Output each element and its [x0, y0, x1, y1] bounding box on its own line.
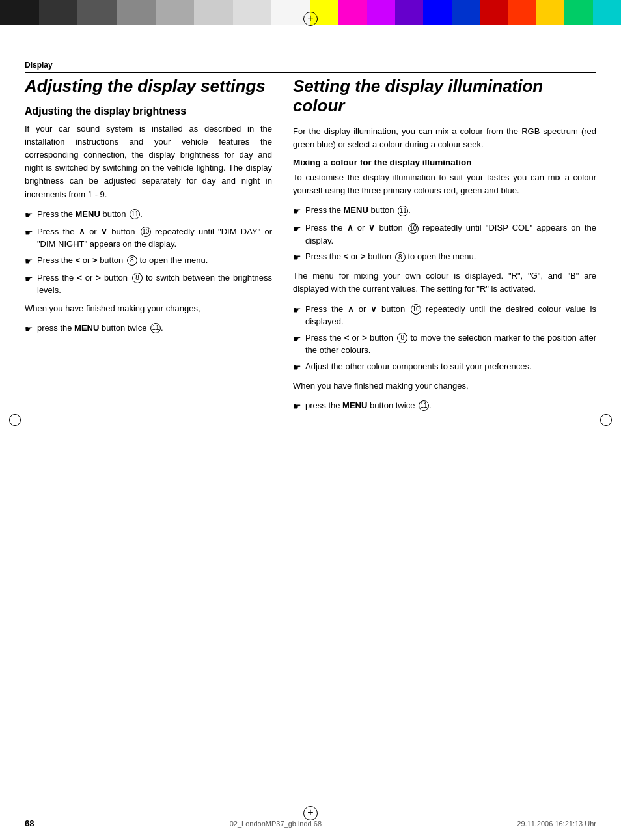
color-swatch — [452, 0, 480, 25]
circle-num: 11 — [130, 209, 140, 219]
gutter-cross-left — [9, 414, 21, 426]
bullet-arrow-icon: ☛ — [25, 272, 33, 286]
bullet-arrow-icon: ☛ — [293, 303, 301, 317]
color-swatch — [39, 0, 78, 25]
circle-num: 10 — [408, 223, 419, 234]
bullet-item: ☛ press the MENU button twice 11. — [25, 322, 272, 336]
bullet-item: ☛ Press the MENU button 11. — [25, 208, 272, 222]
bullet-item: ☛ Press the ∧ or ∨ button 10 repeatedly … — [293, 303, 596, 328]
color-swatch — [117, 0, 156, 25]
color-swatch — [508, 0, 536, 25]
footer-date-info: 29.11.2006 16:21:13 Uhr — [517, 820, 596, 828]
circle-num: 8 — [395, 252, 406, 262]
bullet-arrow-icon: ☛ — [25, 322, 33, 336]
color-swatch — [338, 0, 366, 25]
corner-mark-tr — [605, 7, 614, 16]
page-number: 68 — [25, 819, 34, 828]
right-bullet-list-1: ☛ Press the MENU button 11. ☛ Press the … — [293, 204, 596, 264]
color-swatch — [423, 0, 451, 25]
bullet-arrow-icon: ☛ — [25, 208, 33, 222]
bullet-text: Press the ∧ or ∨ button 10 repeatedly un… — [305, 303, 596, 328]
right-last-bullet-list: ☛ press the MENU button twice 11. — [293, 399, 596, 413]
circle-num: 10 — [411, 304, 421, 315]
bullet-text: Press the MENU button 11. — [37, 208, 272, 221]
right-main-heading: Setting the display illumination colour — [293, 77, 596, 116]
left-bullet-list: ☛ Press the MENU button 11. ☛ Press the … — [25, 208, 272, 297]
color-swatch — [194, 0, 233, 25]
right-when-finished-text: When you have finished making your chang… — [293, 380, 596, 393]
bullet-text: Press the < or > button 8 to open the me… — [37, 254, 272, 267]
color-swatch — [480, 0, 508, 25]
circle-num: 8 — [132, 273, 143, 283]
circle-num: 8 — [397, 333, 407, 343]
footer-file-info: 02_LondonMP37_gb.indd 68 — [230, 820, 322, 828]
circle-num: 8 — [127, 255, 137, 266]
circle-num: 10 — [141, 227, 151, 237]
crosshair-top — [303, 12, 318, 26]
bullet-text: Adjust the other colour components to su… — [305, 360, 596, 373]
color-swatch — [0, 0, 39, 25]
right-mid-text: The menu for mixing your own colour is d… — [293, 270, 596, 296]
gutter-cross-right — [600, 414, 612, 426]
bullet-arrow-icon: ☛ — [293, 400, 301, 413]
page-content: Display Adjusting the display settings A… — [0, 25, 621, 471]
bullet-item: ☛ Press the ∧ or ∨ button 10 repeatedly … — [25, 225, 272, 251]
bullet-text: Press the ∧ or ∨ button 10 repeatedly un… — [37, 225, 272, 251]
bullet-item: ☛ Press the < or > button 8 to move the … — [293, 331, 596, 357]
bullet-arrow-icon: ☛ — [293, 204, 301, 218]
left-main-heading: Adjusting the display settings — [25, 77, 272, 96]
corner-mark-tl — [7, 7, 16, 16]
bullet-item: ☛ Press the < or > button 8 to open the … — [25, 254, 272, 268]
bullet-text: press the MENU button twice 11. — [37, 322, 272, 335]
right-column: Setting the display illumination colour … — [293, 77, 596, 419]
left-last-bullet-list: ☛ press the MENU button twice 11. — [25, 322, 272, 336]
right-bullet-list-2: ☛ Press the ∧ or ∨ button 10 repeatedly … — [293, 303, 596, 374]
right-mix-heading: Mixing a colour for the display illumina… — [293, 158, 596, 167]
two-col-layout: Adjusting the display settings Adjusting… — [25, 77, 596, 419]
color-swatch — [564, 0, 592, 25]
bullet-text: Press the < or > button 8 to open the me… — [305, 250, 596, 263]
bullet-text: Press the < or > button 8 to move the se… — [305, 331, 596, 357]
bullet-arrow-icon: ☛ — [25, 226, 33, 240]
bullet-arrow-icon: ☛ — [25, 255, 33, 268]
left-when-finished-text: When you have finished making your chang… — [25, 302, 272, 315]
left-body-text: If your car sound system is installed as… — [25, 122, 272, 201]
right-mix-body-text: To customise the display illumination to… — [293, 171, 596, 197]
left-sub-heading: Adjusting the display brightness — [25, 105, 272, 117]
bullet-text: press the MENU button twice 11. — [305, 399, 596, 412]
bullet-item: ☛ Press the ∧ or ∨ button 10 repeatedly … — [293, 221, 596, 247]
bullet-text: Press the ∧ or ∨ button 10 repeatedly un… — [305, 221, 596, 247]
color-swatch — [536, 0, 564, 25]
bullet-item: ☛ Adjust the other colour components to … — [293, 360, 596, 374]
bullet-arrow-icon: ☛ — [293, 251, 301, 264]
footer: 68 02_LondonMP37_gb.indd 68 29.11.2006 1… — [0, 819, 621, 828]
bullet-item: ☛ Press the MENU button 11. — [293, 204, 596, 218]
bullet-text: Press the < or > button 8 to switch betw… — [37, 272, 272, 297]
color-swatch — [367, 0, 395, 25]
color-bar-left — [0, 0, 310, 25]
color-swatch — [395, 0, 423, 25]
bullet-arrow-icon: ☛ — [293, 332, 301, 346]
color-swatch — [156, 0, 195, 25]
bullet-item: ☛ press the MENU button twice 11. — [293, 399, 596, 413]
bullet-text: Press the MENU button 11. — [305, 204, 596, 217]
bullet-item: ☛ Press the < or > button 8 to open the … — [293, 250, 596, 264]
color-bar-right — [310, 0, 621, 25]
circle-num: 11 — [150, 323, 161, 333]
left-column: Adjusting the display settings Adjusting… — [25, 77, 272, 419]
section-label: Display — [25, 61, 596, 73]
circle-num: 11 — [419, 400, 429, 411]
color-swatch — [233, 0, 272, 25]
color-swatch — [77, 0, 117, 25]
bullet-arrow-icon: ☛ — [293, 361, 301, 374]
right-body-text: For the display illumination, you can mi… — [293, 125, 596, 151]
circle-num: 11 — [398, 206, 408, 216]
bullet-arrow-icon: ☛ — [293, 222, 301, 236]
bullet-item: ☛ Press the < or > button 8 to switch be… — [25, 272, 272, 297]
